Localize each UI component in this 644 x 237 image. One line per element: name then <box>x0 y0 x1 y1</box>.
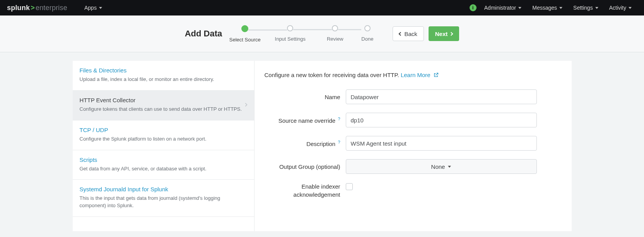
wizard-dot <box>364 25 371 31</box>
nav-settings-label: Settings <box>573 5 593 11</box>
form-row-source-override: Source name override ? <box>265 113 562 127</box>
output-group-value: None <box>431 163 445 170</box>
source-list: Files & Directories Upload a file, index… <box>73 61 255 231</box>
wizard-line <box>338 29 361 30</box>
nav-apps[interactable]: Apps <box>79 5 108 11</box>
label-source-override-text: Source name override <box>278 117 336 124</box>
caret-down-icon <box>518 7 521 9</box>
name-field[interactable] <box>346 89 537 104</box>
nav-settings[interactable]: Settings <box>568 5 604 11</box>
content-area: Files & Directories Upload a file, index… <box>73 61 572 231</box>
description-field[interactable] <box>346 136 537 151</box>
caret-down-icon <box>595 7 598 9</box>
brand-part1: splunk <box>7 4 30 12</box>
wizard-step-done: Done <box>361 25 373 42</box>
source-title: Scripts <box>80 156 247 163</box>
source-item-systemd-journald[interactable]: Systemd Journald Input for Splunk This i… <box>73 180 254 217</box>
wizard-line <box>293 29 332 30</box>
wizard-step-review: Review <box>332 25 361 42</box>
source-desc: This is the input that gets data from jo… <box>80 195 247 210</box>
source-desc: Upload a file, index a local file, or mo… <box>80 76 247 83</box>
nav-messages-label: Messages <box>532 5 557 11</box>
external-link-icon <box>434 72 439 79</box>
wizard-label: Select Source <box>229 37 261 43</box>
next-button-label: Next <box>435 31 448 37</box>
brand-logo[interactable]: splunk > enterprise <box>7 4 67 12</box>
learn-more-link[interactable]: Learn More <box>401 72 439 78</box>
source-title: Systemd Journald Input for Splunk <box>80 186 247 192</box>
label-source-override: Source name override ? <box>265 117 346 124</box>
nav-activity[interactable]: Activity <box>604 5 637 11</box>
nav-administrator[interactable]: Administrator <box>479 5 527 11</box>
caret-down-icon <box>99 7 102 9</box>
source-desc: Configure the Splunk platform to listen … <box>80 136 247 143</box>
source-item-files-directories[interactable]: Files & Directories Upload a file, index… <box>73 61 254 91</box>
wizard-label: Input Settings <box>275 36 306 42</box>
label-indexer-ack: Enable indexer acknowledgement <box>265 182 346 199</box>
learn-more-label: Learn More <box>401 72 430 78</box>
top-navbar: splunk > enterprise Apps i Administrator… <box>0 0 644 15</box>
source-item-tcp-udp[interactable]: TCP / UDP Configure the Splunk platform … <box>73 120 254 150</box>
wizard-label: Review <box>327 36 343 42</box>
wizard-step-input-settings: Input Settings <box>287 25 332 42</box>
nav-messages[interactable]: Messages <box>527 5 568 11</box>
label-name: Name <box>265 94 346 100</box>
intro-text: Configure a new token for receiving data… <box>265 72 401 78</box>
info-glyph: i <box>472 5 473 10</box>
label-indexer-ack-l1: Enable indexer <box>265 182 340 191</box>
form-row-indexer-ack: Enable indexer acknowledgement <box>265 182 562 199</box>
chevron-right-icon <box>243 101 249 109</box>
form-row-output-group: Output Group (optional) None <box>265 159 562 174</box>
source-title: Files & Directories <box>80 67 247 74</box>
nav-admin-label: Administrator <box>484 5 516 11</box>
wizard-dot <box>332 25 338 31</box>
chevron-left-icon <box>399 32 403 36</box>
output-group-select[interactable]: None <box>346 159 537 174</box>
brand-part2: enterprise <box>36 4 67 12</box>
caret-down-icon <box>629 7 632 9</box>
label-output-group: Output Group (optional) <box>265 163 346 170</box>
brand-gt: > <box>31 4 35 12</box>
wizard-steps: Select Source Input Settings Review <box>241 25 373 43</box>
next-button[interactable]: Next <box>429 26 460 41</box>
source-item-http-event-collector[interactable]: HTTP Event Collector Configure tokens th… <box>73 91 254 120</box>
form-intro: Configure a new token for receiving data… <box>265 72 562 79</box>
page-title: Add Data <box>185 29 222 39</box>
subheader: Add Data Select Source Input Settings <box>0 15 644 52</box>
wizard-line <box>248 29 287 31</box>
label-indexer-ack-l2: acknowledgement <box>265 191 340 199</box>
nav-apps-label: Apps <box>84 5 97 11</box>
wizard-dot <box>287 25 293 31</box>
wizard-dot <box>241 25 248 32</box>
source-title: HTTP Event Collector <box>80 97 247 103</box>
caret-down-icon <box>559 7 562 9</box>
source-item-scripts[interactable]: Scripts Get data from any API, service, … <box>73 150 254 180</box>
source-title: TCP / UDP <box>80 127 247 133</box>
form-pane: Configure a new token for receiving data… <box>255 61 572 231</box>
source-override-field[interactable] <box>346 113 537 127</box>
label-description-text: Description <box>306 141 335 147</box>
info-icon[interactable]: i <box>470 4 477 11</box>
help-icon[interactable]: ? <box>338 117 340 121</box>
form-row-name: Name <box>265 89 562 104</box>
back-button-label: Back <box>404 31 417 37</box>
form-row-description: Description ? <box>265 136 562 151</box>
chevron-right-icon <box>449 32 453 36</box>
nav-activity-label: Activity <box>609 5 626 11</box>
source-desc: Configure tokens that clients can use to… <box>80 106 247 113</box>
source-desc: Get data from any API, service, or datab… <box>80 165 247 173</box>
back-button[interactable]: Back <box>393 26 424 41</box>
indexer-ack-checkbox[interactable] <box>346 183 353 190</box>
label-description: Description ? <box>265 140 346 147</box>
wizard-label: Done <box>361 36 373 42</box>
caret-down-icon <box>448 166 451 168</box>
help-icon[interactable]: ? <box>338 140 340 144</box>
